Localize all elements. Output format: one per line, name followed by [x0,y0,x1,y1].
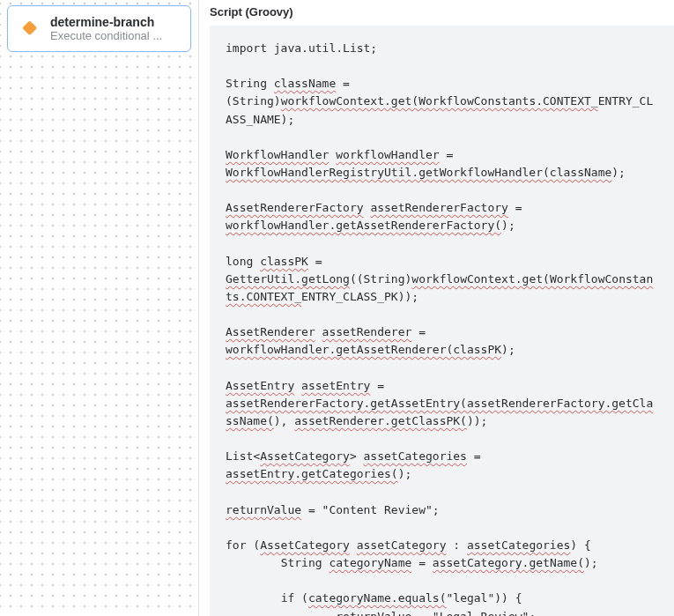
code-token: AssetRenderer [226,325,315,338]
code-token: assetCategory.getName( [433,556,584,569]
code-token: )); [467,414,487,427]
code-token: = "Legal Review"; [411,610,536,617]
code-token [350,538,357,552]
code-token: AssetEntry [226,379,294,392]
properties-panel: Script (Groovy) import java.util.List; S… [198,0,674,616]
code-token: classPK [260,255,308,268]
code-token: assetRenderer.getClassPK( [294,414,467,427]
workflow-node-determine-branch[interactable]: determine-branch Execute conditional ... [7,5,191,52]
app-layout: determine-branch Execute conditional ...… [0,0,674,616]
code-token: workflowHandler.getAssetRenderer(classPK [226,343,501,356]
code-token: long [226,255,260,268]
code-token: categoryName [329,556,411,569]
node-subtitle: Execute conditional ... [50,29,162,42]
code-token: assetEntry [301,379,370,392]
script-panel-header: Script (Groovy) [199,0,674,26]
code-token: returnValue [226,503,301,516]
svg-rect-0 [22,20,37,35]
code-token: ((String) [350,272,411,286]
code-token: if ( [226,591,308,605]
code-token: assetCategories [364,449,467,463]
code-token: = [411,325,432,338]
code-token: assetEntry.getCategories( [226,467,398,480]
code-token: workflowHandler [336,148,439,161]
code-token: = [508,201,529,214]
code-token: assetRenderer [322,325,412,338]
code-token: ); [398,467,412,480]
code-token: workflowHandler.getAssetRendererFactory( [226,219,501,232]
code-token: List< [226,449,260,463]
code-token: AssetRendererFactory [226,201,364,214]
code-token: ); [584,556,598,569]
canvas-area[interactable]: determine-branch Execute conditional ... [0,0,198,616]
code-token: ), [274,414,294,427]
node-text: determine-branch Execute conditional ... [50,15,162,42]
code-token: className [274,77,336,90]
code-token: assetCategory [357,538,447,552]
code-token: = [440,148,460,161]
code-token: import java.util.List; [226,41,377,55]
code-token: = [308,255,329,268]
code-token: String [226,556,329,569]
code-token: = [467,449,487,463]
code-token: String [226,77,274,90]
code-token [294,379,301,392]
node-title: determine-branch [50,15,162,29]
code-token: returnValue [336,610,411,617]
code-token: ) { [570,538,590,552]
code-token: "legal")) { [446,591,522,605]
code-token: WorkflowHandler [226,148,329,161]
code-token [226,610,336,617]
code-token: GetterUtil.getLong [226,272,350,286]
code-token: workflowContext.get(WorkflowConstants.CO… [281,94,598,108]
code-token: WorkflowHandlerRegistryUtil.getWorkflowH… [226,166,611,179]
code-token: AssetCategory [260,449,350,463]
code-token [315,325,322,338]
code-token: ); [501,343,515,356]
code-token: = "Content Review"; [301,503,440,516]
code-token: ); [611,166,626,179]
code-token: = [370,379,390,392]
code-token: assetRendererFactory [370,201,508,214]
code-token: assetCategories [467,538,570,552]
condition-icon [19,19,40,40]
code-token: = [411,556,432,569]
code-token: : [446,538,466,552]
code-token: for ( [226,538,260,552]
code-token: AssetCategory [260,538,350,552]
code-token: categoryName.equals( [308,591,447,605]
code-token: ENTRY_CLASS_PK)); [301,290,418,303]
script-editor[interactable]: import java.util.List; String className … [210,26,674,616]
code-token: > [350,449,364,463]
code-token: ); [501,219,515,232]
